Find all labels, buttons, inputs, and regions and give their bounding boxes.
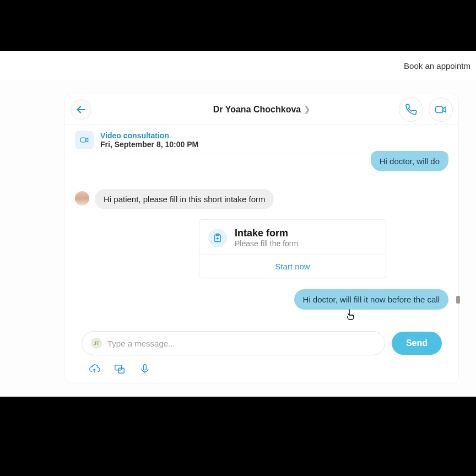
message-input[interactable] bbox=[107, 339, 376, 348]
user-badge: JT bbox=[91, 338, 102, 349]
card-subtitle: Please fill the form bbox=[235, 239, 298, 248]
banner-datetime: Fri, September 8, 10:00 PM bbox=[100, 140, 198, 149]
avatar bbox=[75, 191, 89, 205]
arrow-left-icon bbox=[75, 104, 87, 116]
call-button[interactable] bbox=[399, 98, 423, 122]
mic-button[interactable] bbox=[139, 363, 151, 375]
upload-button[interactable] bbox=[88, 363, 100, 375]
svg-rect-6 bbox=[144, 365, 147, 370]
composer: JT Send bbox=[82, 331, 442, 375]
banner-icon-box bbox=[75, 131, 94, 149]
phone-icon bbox=[405, 104, 417, 116]
svg-rect-0 bbox=[436, 106, 443, 112]
book-appointment-link[interactable]: Book an appointm bbox=[404, 61, 470, 71]
card-title: Intake form bbox=[235, 228, 298, 239]
send-button[interactable]: Send bbox=[392, 332, 442, 355]
cursor-pointer-icon bbox=[346, 309, 355, 322]
header-actions bbox=[399, 98, 453, 122]
banner-text: Video consultation Fri, September 8, 10:… bbox=[100, 131, 198, 149]
message-list: Hi doctor, will do Hi patient, please fi… bbox=[65, 154, 458, 314]
svg-rect-1 bbox=[80, 138, 85, 142]
top-letterbox bbox=[0, 0, 476, 51]
share-screen-icon bbox=[113, 363, 126, 375]
chevron-right-icon: ❯ bbox=[304, 105, 310, 113]
outgoing-message-row: Hi doctor, will fill it now before the c… bbox=[75, 289, 448, 310]
page-area: Book an appointm Dr Yoana Chochkova ❯ bbox=[0, 51, 476, 397]
card-header: Intake form Please fill the form bbox=[199, 220, 386, 255]
clipboard-plus-icon bbox=[213, 233, 223, 243]
top-bar: Book an appointm bbox=[0, 51, 476, 80]
video-icon bbox=[434, 104, 447, 116]
chat-header: Dr Yoana Chochkova ❯ bbox=[65, 94, 458, 125]
consultation-banner[interactable]: Video consultation Fri, September 8, 10:… bbox=[65, 126, 458, 154]
chat-container: Dr Yoana Chochkova ❯ Video consultation … bbox=[65, 94, 458, 383]
incoming-message: Hi patient, please fill in this short in… bbox=[95, 189, 274, 209]
camera-icon bbox=[79, 136, 89, 144]
banner-title: Video consultation bbox=[100, 131, 198, 140]
cloud-upload-icon bbox=[88, 363, 100, 375]
outgoing-message: Hi doctor, will do bbox=[371, 151, 448, 171]
message-input-wrap[interactable]: JT bbox=[82, 331, 385, 355]
input-row: JT Send bbox=[82, 331, 442, 355]
conversation-title[interactable]: Dr Yoana Chochkova ❯ bbox=[213, 105, 310, 115]
start-now-button[interactable]: Start now bbox=[199, 255, 386, 278]
back-button[interactable] bbox=[71, 99, 91, 120]
attach-button[interactable] bbox=[113, 363, 126, 375]
video-call-button[interactable] bbox=[429, 98, 453, 122]
outgoing-message: Hi doctor, will fill it now before the c… bbox=[294, 289, 448, 310]
scrollbar-thumb[interactable] bbox=[456, 296, 460, 304]
incoming-message-row: Hi patient, please fill in this short in… bbox=[75, 189, 448, 209]
card-icon-box bbox=[208, 229, 227, 247]
microphone-icon bbox=[139, 363, 150, 375]
tool-row bbox=[82, 355, 442, 375]
intake-form-card: Intake form Please fill the form Start n… bbox=[199, 219, 386, 278]
doctor-name: Dr Yoana Chochkova bbox=[213, 105, 301, 115]
card-text: Intake form Please fill the form bbox=[235, 228, 298, 248]
bottom-letterbox bbox=[0, 397, 476, 476]
outgoing-message-row: Hi doctor, will do bbox=[75, 151, 448, 171]
